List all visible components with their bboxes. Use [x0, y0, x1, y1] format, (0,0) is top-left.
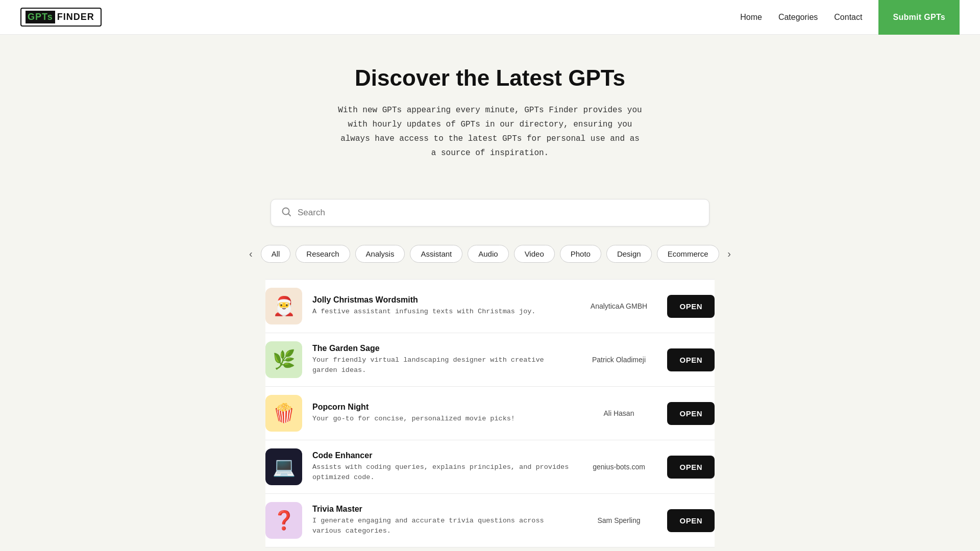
search-container: [260, 199, 720, 227]
gpt-description: Assists with coding queries, explains pr…: [312, 462, 570, 483]
gpt-author: Ali Hasan: [580, 409, 657, 417]
category-pill-audio[interactable]: Audio: [468, 245, 508, 263]
search-box: [271, 199, 709, 227]
open-button[interactable]: OPEN: [667, 456, 715, 479]
nav-contact[interactable]: Contact: [834, 13, 862, 22]
nav-home[interactable]: Home: [740, 13, 762, 22]
gpt-author: Patrick Oladimeji: [580, 356, 657, 364]
gpt-thumbnail: 💻: [265, 448, 302, 485]
category-arrow-left[interactable]: ‹: [245, 246, 257, 262]
category-arrow-right[interactable]: ›: [723, 246, 735, 262]
category-pill-video[interactable]: Video: [514, 245, 555, 263]
category-scroll: AllResearchAnalysisAssistantAudioVideoPh…: [261, 245, 720, 263]
categories-wrapper: ‹ AllResearchAnalysisAssistantAudioVideo…: [235, 245, 745, 263]
gpt-info: Popcorn Night Your go-to for concise, pe…: [312, 403, 570, 424]
open-button[interactable]: OPEN: [667, 295, 715, 318]
nav: Home Categories Contact: [740, 13, 862, 22]
nav-categories[interactable]: Categories: [778, 13, 818, 22]
gpt-name: Jolly Christmas Wordsmith: [312, 295, 570, 305]
table-row: 💻 Code Enhancer Assists with coding quer…: [265, 440, 715, 494]
hero-description: With new GPTs appearing every minute, GP…: [337, 103, 643, 160]
submit-gpts-button[interactable]: Submit GPTs: [878, 0, 960, 35]
category-pill-all[interactable]: All: [261, 245, 291, 263]
logo[interactable]: GPTs FINDER: [20, 8, 102, 27]
open-button[interactable]: OPEN: [667, 402, 715, 425]
header: GPTs FINDER Home Categories Contact Subm…: [0, 0, 980, 35]
gpt-list: 🎅 Jolly Christmas Wordsmith A festive as…: [255, 279, 725, 551]
table-row: ❓ Trivia Master I generate engaging and …: [265, 494, 715, 547]
table-row: 🌿 The Garden Sage Your friendly virtual …: [265, 333, 715, 387]
gpt-info: Code Enhancer Assists with coding querie…: [312, 451, 570, 483]
gpt-info: Trivia Master I generate engaging and ac…: [312, 505, 570, 537]
gpt-author: AnalyticaA GMBH: [580, 302, 657, 310]
hero-section: Discover the Latest GPTs With new GPTs a…: [260, 35, 720, 199]
gpt-description: I generate engaging and accurate trivia …: [312, 516, 570, 537]
table-row: 🍿 Popcorn Night Your go-to for concise, …: [265, 387, 715, 440]
gpt-description: A festive assistant infusing texts with …: [312, 307, 570, 317]
gpt-info: The Garden Sage Your friendly virtual la…: [312, 344, 570, 376]
search-icon: [281, 207, 291, 219]
category-pill-research[interactable]: Research: [296, 245, 350, 263]
hero-title: Discover the Latest GPTs: [271, 65, 709, 91]
category-pill-analysis[interactable]: Analysis: [355, 245, 405, 263]
table-row: 🎅 Jolly Christmas Wordsmith A festive as…: [265, 279, 715, 333]
search-input[interactable]: [298, 208, 699, 218]
gpt-description: Your friendly virtual landscaping design…: [312, 355, 570, 376]
gpt-description: Your go-to for concise, personalized mov…: [312, 414, 570, 424]
category-pill-photo[interactable]: Photo: [560, 245, 601, 263]
category-pill-ecommerce[interactable]: Ecommerce: [657, 245, 719, 263]
gpt-thumbnail: 🍿: [265, 395, 302, 432]
gpt-name: Popcorn Night: [312, 403, 570, 412]
open-button[interactable]: OPEN: [667, 509, 715, 532]
gpt-name: Trivia Master: [312, 505, 570, 514]
gpt-thumbnail: 🌿: [265, 341, 302, 378]
category-pill-design[interactable]: Design: [606, 245, 652, 263]
gpt-thumbnail: 🎅: [265, 288, 302, 324]
nav-area: Home Categories Contact Submit GPTs: [740, 0, 960, 35]
gpt-thumbnail: ❓: [265, 502, 302, 539]
gpt-name: Code Enhancer: [312, 451, 570, 460]
gpt-info: Jolly Christmas Wordsmith A festive assi…: [312, 295, 570, 317]
category-pill-assistant[interactable]: Assistant: [410, 245, 462, 263]
logo-finder: FINDER: [55, 11, 96, 23]
gpt-name: The Garden Sage: [312, 344, 570, 353]
open-button[interactable]: OPEN: [667, 348, 715, 371]
gpt-author: genius-bots.com: [580, 463, 657, 471]
gpt-author: Sam Sperling: [580, 516, 657, 524]
svg-line-1: [288, 214, 290, 216]
logo-gpts: GPTs: [26, 11, 55, 23]
